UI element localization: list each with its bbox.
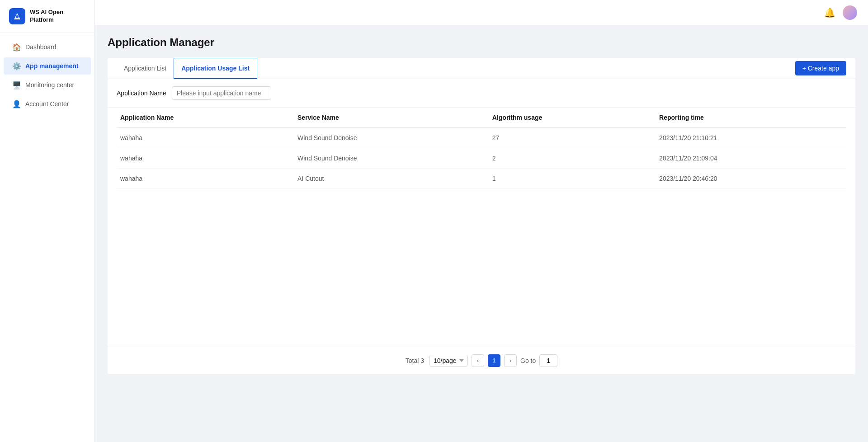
tabs-row: Application List Application Usage List …	[108, 58, 855, 79]
sidebar-nav: 🏠 Dashboard ⚙️ App management 🖥️ Monitor…	[0, 33, 94, 118]
table-wrap: Application Name Service Name Algorithm …	[108, 108, 855, 347]
cell-algorithm-usage: 27	[489, 128, 656, 148]
cell-reporting-time: 2023/11/20 21:09:04	[656, 148, 846, 169]
goto-input[interactable]	[539, 354, 557, 367]
cell-service-name: Wind Sound Denoise	[294, 128, 489, 148]
col-header-app-name: Application Name	[117, 108, 294, 128]
create-app-button[interactable]: + Create app	[795, 61, 846, 75]
pagination-page-1-button[interactable]: 1	[488, 354, 500, 367]
table-row: wahaha Wind Sound Denoise 2 2023/11/20 2…	[117, 148, 846, 169]
user-icon: 👤	[13, 100, 21, 108]
sidebar: WS AI Open Platform 🏠 Dashboard ⚙️ App m…	[0, 0, 95, 442]
cell-app-name: wahaha	[117, 169, 294, 189]
table-row: wahaha Wind Sound Denoise 27 2023/11/20 …	[117, 128, 846, 148]
col-header-algorithm-usage: Algorithm usage	[489, 108, 656, 128]
sidebar-item-monitoring-center[interactable]: 🖥️ Monitoring center	[4, 76, 91, 94]
notification-bell-icon[interactable]: 🔔	[824, 7, 835, 18]
main-card: Application List Application Usage List …	[108, 58, 855, 374]
cell-service-name: AI Cutout	[294, 169, 489, 189]
sidebar-item-app-management[interactable]: ⚙️ App management	[4, 57, 91, 75]
cell-reporting-time: 2023/11/20 20:46:20	[656, 169, 846, 189]
monitor-icon: 🖥️	[13, 81, 21, 89]
tab-application-usage-list[interactable]: Application Usage List	[174, 58, 257, 79]
pagination-prev-button[interactable]: ‹	[472, 354, 484, 367]
sidebar-item-label: Dashboard	[25, 43, 57, 51]
pagination-total: Total 3	[406, 357, 424, 364]
cell-app-name: wahaha	[117, 148, 294, 169]
sidebar-item-dashboard[interactable]: 🏠 Dashboard	[4, 38, 91, 56]
svg-point-0	[16, 15, 19, 18]
goto-label: Go to	[520, 357, 536, 364]
search-input[interactable]	[172, 86, 271, 100]
col-header-reporting-time: Reporting time	[656, 108, 846, 128]
cell-algorithm-usage: 1	[489, 169, 656, 189]
pagination-row: Total 3 10/page 20/page 50/page ‹ 1 › Go…	[108, 347, 855, 374]
page-size-select[interactable]: 10/page 20/page 50/page	[429, 355, 468, 367]
tab-application-list[interactable]: Application List	[117, 58, 174, 79]
filter-row: Application Name	[108, 79, 855, 108]
usage-table: Application Name Service Name Algorithm …	[117, 108, 846, 189]
cell-algorithm-usage: 2	[489, 148, 656, 169]
avatar[interactable]	[843, 5, 857, 20]
app-management-icon: ⚙️	[13, 62, 21, 70]
sidebar-item-account-center[interactable]: 👤 Account Center	[4, 95, 91, 113]
pagination-next-button[interactable]: ›	[504, 354, 517, 367]
sidebar-logo: WS AI Open Platform	[0, 0, 94, 33]
table-header-row: Application Name Service Name Algorithm …	[117, 108, 846, 128]
logo-text: WS AI Open Platform	[30, 9, 85, 24]
cell-app-name: wahaha	[117, 128, 294, 148]
topbar: 🔔	[95, 0, 868, 25]
cell-reporting-time: 2023/11/20 21:10:21	[656, 128, 846, 148]
page-title: Application Manager	[108, 36, 855, 49]
sidebar-item-label: Account Center	[25, 100, 69, 108]
table-row: wahaha AI Cutout 1 2023/11/20 20:46:20	[117, 169, 846, 189]
sidebar-item-label: App management	[25, 62, 78, 70]
home-icon: 🏠	[13, 43, 21, 51]
cell-service-name: Wind Sound Denoise	[294, 148, 489, 169]
col-header-service-name: Service Name	[294, 108, 489, 128]
main-area: 🔔 Application Manager Application List A…	[95, 0, 868, 442]
logo-icon	[9, 8, 25, 24]
tabs-container: Application List Application Usage List	[117, 58, 257, 79]
page-content: Application Manager Application List App…	[95, 25, 868, 442]
sidebar-item-label: Monitoring center	[25, 81, 74, 89]
filter-label: Application Name	[117, 89, 166, 97]
